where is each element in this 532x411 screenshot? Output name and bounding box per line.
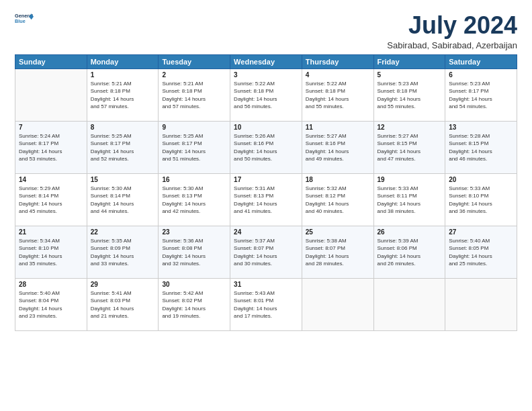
day-number: 30: [162, 281, 226, 288]
day-header-tuesday: Tuesday: [159, 54, 230, 68]
day-header-thursday: Thursday: [302, 54, 373, 68]
calendar-cell: 7Sunrise: 5:24 AM Sunset: 8:17 PM Daylig…: [15, 121, 87, 173]
calendar-cell: 20Sunrise: 5:33 AM Sunset: 8:10 PM Dayli…: [445, 173, 517, 226]
logo-icon: General Blue: [15, 12, 34, 24]
location-subtitle: Sabirabad, Sabirabad, Azerbaijan: [387, 40, 517, 50]
day-number: 4: [306, 71, 370, 79]
cell-info: Sunrise: 5:31 AM Sunset: 8:13 PM Dayligh…: [234, 185, 298, 216]
cell-info: Sunrise: 5:41 AM Sunset: 8:03 PM Dayligh…: [91, 289, 155, 320]
cell-info: Sunrise: 5:21 AM Sunset: 8:18 PM Dayligh…: [91, 80, 155, 111]
cell-info: Sunrise: 5:22 AM Sunset: 8:18 PM Dayligh…: [306, 80, 370, 111]
cell-info: Sunrise: 5:42 AM Sunset: 8:02 PM Dayligh…: [162, 289, 226, 320]
cell-info: Sunrise: 5:23 AM Sunset: 8:18 PM Dayligh…: [378, 80, 442, 111]
calendar-cell: 6Sunrise: 5:23 AM Sunset: 8:17 PM Daylig…: [445, 68, 517, 121]
cell-info: Sunrise: 5:33 AM Sunset: 8:11 PM Dayligh…: [378, 185, 442, 216]
cell-info: Sunrise: 5:27 AM Sunset: 8:16 PM Dayligh…: [306, 132, 370, 163]
day-number: 2: [162, 71, 226, 79]
calendar-cell: 8Sunrise: 5:25 AM Sunset: 8:17 PM Daylig…: [87, 121, 159, 173]
calendar-cell: 5Sunrise: 5:23 AM Sunset: 8:18 PM Daylig…: [373, 68, 445, 121]
cell-info: Sunrise: 5:24 AM Sunset: 8:17 PM Dayligh…: [19, 132, 83, 163]
cell-info: Sunrise: 5:29 AM Sunset: 8:14 PM Dayligh…: [19, 185, 83, 216]
cell-info: Sunrise: 5:40 AM Sunset: 8:04 PM Dayligh…: [19, 289, 83, 320]
calendar-cell: 13Sunrise: 5:28 AM Sunset: 8:15 PM Dayli…: [445, 121, 517, 173]
cell-info: Sunrise: 5:26 AM Sunset: 8:16 PM Dayligh…: [234, 132, 298, 163]
day-number: 18: [306, 176, 370, 183]
logo: General Blue: [15, 12, 34, 25]
day-number: 9: [162, 124, 226, 131]
calendar-cell: 10Sunrise: 5:26 AM Sunset: 8:16 PM Dayli…: [230, 121, 302, 173]
cell-info: Sunrise: 5:43 AM Sunset: 8:01 PM Dayligh…: [234, 289, 298, 320]
day-number: 16: [162, 176, 226, 183]
day-header-saturday: Saturday: [445, 54, 517, 68]
calendar-cell: 4Sunrise: 5:22 AM Sunset: 8:18 PM Daylig…: [302, 68, 373, 121]
calendar-cell: 11Sunrise: 5:27 AM Sunset: 8:16 PM Dayli…: [302, 121, 373, 173]
calendar-cell: 28Sunrise: 5:40 AM Sunset: 8:04 PM Dayli…: [15, 278, 87, 330]
cell-info: Sunrise: 5:33 AM Sunset: 8:10 PM Dayligh…: [449, 185, 513, 216]
calendar-cell: 27Sunrise: 5:40 AM Sunset: 8:05 PM Dayli…: [445, 226, 517, 278]
calendar-cell: 12Sunrise: 5:27 AM Sunset: 8:15 PM Dayli…: [373, 121, 445, 173]
day-number: 10: [234, 124, 298, 131]
cell-info: Sunrise: 5:37 AM Sunset: 8:07 PM Dayligh…: [234, 237, 298, 268]
month-title: July 2024: [387, 12, 517, 39]
calendar-cell: 19Sunrise: 5:33 AM Sunset: 8:11 PM Dayli…: [373, 173, 445, 226]
cell-info: Sunrise: 5:40 AM Sunset: 8:05 PM Dayligh…: [449, 237, 513, 268]
cell-info: Sunrise: 5:27 AM Sunset: 8:15 PM Dayligh…: [378, 132, 442, 163]
calendar-body: 1Sunrise: 5:21 AM Sunset: 8:18 PM Daylig…: [15, 68, 517, 330]
calendar-cell: [373, 278, 445, 330]
cell-info: Sunrise: 5:21 AM Sunset: 8:18 PM Dayligh…: [162, 80, 226, 111]
cell-info: Sunrise: 5:22 AM Sunset: 8:18 PM Dayligh…: [234, 80, 298, 111]
day-header-monday: Monday: [87, 54, 159, 68]
day-number: 11: [306, 124, 370, 131]
calendar-cell: [302, 278, 373, 330]
calendar-cell: 30Sunrise: 5:42 AM Sunset: 8:02 PM Dayli…: [159, 278, 230, 330]
day-number: 21: [19, 228, 83, 236]
calendar-cell: 24Sunrise: 5:37 AM Sunset: 8:07 PM Dayli…: [230, 226, 302, 278]
day-number: 20: [449, 176, 513, 183]
calendar-cell: [445, 278, 517, 330]
calendar-cell: 25Sunrise: 5:38 AM Sunset: 8:07 PM Dayli…: [302, 226, 373, 278]
cell-info: Sunrise: 5:30 AM Sunset: 8:14 PM Dayligh…: [91, 185, 155, 216]
day-number: 29: [91, 281, 155, 288]
day-number: 23: [162, 228, 226, 236]
title-block: July 2024 Sabirabad, Sabirabad, Azerbaij…: [387, 12, 517, 50]
calendar-table: SundayMondayTuesdayWednesdayThursdayFrid…: [15, 54, 517, 331]
day-number: 27: [449, 228, 513, 236]
day-number: 19: [378, 176, 442, 183]
cell-info: Sunrise: 5:38 AM Sunset: 8:07 PM Dayligh…: [306, 237, 370, 268]
header: General Blue July 2024 Sabirabad, Sabira…: [15, 12, 517, 50]
calendar-cell: 3Sunrise: 5:22 AM Sunset: 8:18 PM Daylig…: [230, 68, 302, 121]
calendar-cell: 22Sunrise: 5:35 AM Sunset: 8:09 PM Dayli…: [87, 226, 159, 278]
day-number: 26: [378, 228, 442, 236]
cell-info: Sunrise: 5:23 AM Sunset: 8:17 PM Dayligh…: [449, 80, 513, 111]
day-number: 14: [19, 176, 83, 183]
day-header-sunday: Sunday: [15, 54, 87, 68]
day-number: 28: [19, 281, 83, 288]
day-number: 8: [91, 124, 155, 131]
calendar-cell: 26Sunrise: 5:39 AM Sunset: 8:06 PM Dayli…: [373, 226, 445, 278]
calendar-cell: 18Sunrise: 5:32 AM Sunset: 8:12 PM Dayli…: [302, 173, 373, 226]
day-number: 13: [449, 124, 513, 131]
day-number: 12: [378, 124, 442, 131]
calendar-cell: 17Sunrise: 5:31 AM Sunset: 8:13 PM Dayli…: [230, 173, 302, 226]
calendar-cell: 14Sunrise: 5:29 AM Sunset: 8:14 PM Dayli…: [15, 173, 87, 226]
calendar-cell: 29Sunrise: 5:41 AM Sunset: 8:03 PM Dayli…: [87, 278, 159, 330]
svg-text:Blue: Blue: [15, 18, 26, 24]
calendar-cell: [15, 68, 87, 121]
calendar-cell: 23Sunrise: 5:36 AM Sunset: 8:08 PM Dayli…: [159, 226, 230, 278]
calendar-cell: 21Sunrise: 5:34 AM Sunset: 8:10 PM Dayli…: [15, 226, 87, 278]
cell-info: Sunrise: 5:39 AM Sunset: 8:06 PM Dayligh…: [378, 237, 442, 268]
cell-info: Sunrise: 5:25 AM Sunset: 8:17 PM Dayligh…: [162, 132, 226, 163]
cell-info: Sunrise: 5:28 AM Sunset: 8:15 PM Dayligh…: [449, 132, 513, 163]
day-number: 3: [234, 71, 298, 79]
day-number: 22: [91, 228, 155, 236]
day-number: 15: [91, 176, 155, 183]
calendar-cell: 2Sunrise: 5:21 AM Sunset: 8:18 PM Daylig…: [159, 68, 230, 121]
day-number: 24: [234, 228, 298, 236]
day-number: 7: [19, 124, 83, 131]
cell-info: Sunrise: 5:32 AM Sunset: 8:12 PM Dayligh…: [306, 185, 370, 216]
cell-info: Sunrise: 5:36 AM Sunset: 8:08 PM Dayligh…: [162, 237, 226, 268]
cell-info: Sunrise: 5:35 AM Sunset: 8:09 PM Dayligh…: [91, 237, 155, 268]
calendar-cell: 15Sunrise: 5:30 AM Sunset: 8:14 PM Dayli…: [87, 173, 159, 226]
page: General Blue July 2024 Sabirabad, Sabira…: [0, 0, 532, 411]
calendar-cell: 31Sunrise: 5:43 AM Sunset: 8:01 PM Dayli…: [230, 278, 302, 330]
